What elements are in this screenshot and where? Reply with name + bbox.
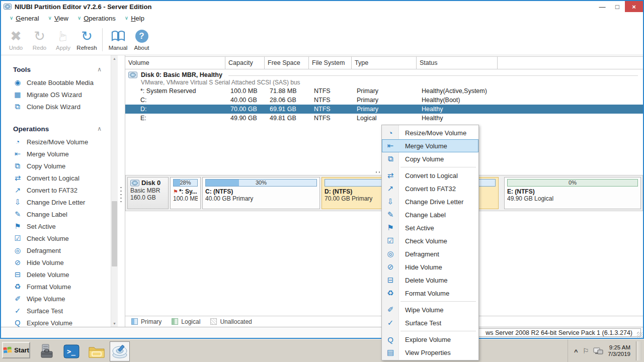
sidebar-item[interactable]: ◔ Resize/Move Volume [1,136,111,148]
context-menu-item[interactable]: ⇩ Change Drive Letter [382,195,478,208]
sidebar-item[interactable]: ◎ Defragment [1,244,111,256]
context-menu-item[interactable]: Q Explore Volume [382,333,478,346]
context-menu-item[interactable]: ⊘ Hide Volume [382,260,478,274]
sidebar-item-label: Surface Test [27,307,63,315]
sidebar-item[interactable]: ⚑ Set Active [1,220,111,232]
sidebar-item[interactable]: ⇩ Change Drive Letter [1,196,111,208]
menu-item-icon: ✐ [382,305,399,314]
menu-label: General [16,15,39,22]
partition-e[interactable]: 0% E: (NTFS) 49.90 GB Logical [504,177,641,209]
context-menu-item[interactable]: ⧉ Copy Volume [382,152,478,165]
server-manager-icon[interactable] [36,341,56,361]
context-menu-item[interactable]: ✐ Wipe Volume [382,303,478,316]
redo-button[interactable]: ↻ Redo [28,26,51,54]
sidebar-item[interactable]: ⧉ Copy Volume [1,160,111,172]
context-menu-item[interactable]: ✎ Change Label [382,208,478,221]
column-volume[interactable]: Volume [125,57,225,69]
column-capacity[interactable]: Capacity [225,57,265,69]
menu-item-icon: ☑ [382,236,399,245]
sidebar-item[interactable]: ⇤ Merge Volume [1,148,111,160]
sidebar-item[interactable]: ↗ Convert to FAT32 [1,184,111,196]
sidebar-item[interactable]: ☑ Check Volume [1,232,111,244]
context-menu-item[interactable]: ▤ View Properties [382,346,478,359]
minimize-button[interactable]: — [595,1,610,12]
sidebar-item[interactable]: ✓ Surface Test [1,305,111,317]
collapse-chevron-icon[interactable]: ∧ [97,66,102,73]
apply-button[interactable]: ☞ Apply [51,26,75,54]
sidebar-item-icon: ✎ [13,210,22,218]
sidebar-item[interactable]: ▦ Migrate OS Wizard [1,88,111,101]
column-free-space[interactable]: Free Space [265,57,309,69]
scrollbar-thumb[interactable] [112,201,117,266]
menu-help[interactable]: ∨ Help [120,15,149,22]
table-row[interactable]: *: System Reserved 100.0 MB 71.88 MB NTF… [125,86,643,96]
sidebar-section-tools[interactable]: Tools ∧ [1,62,111,76]
sidebar-item-icon: ⇄ [13,174,22,182]
table-row[interactable]: C: 40.00 GB 28.06 GB NTFS Primary Health… [125,96,643,105]
sidebar-item[interactable]: ✎ Change Label [1,208,111,220]
powershell-icon[interactable]: >_ [61,341,82,361]
usage-bar: 28% [173,179,198,187]
column-file-system[interactable]: File System [309,57,352,69]
refresh-button[interactable]: ↻ Refresh [75,26,99,54]
context-menu-item[interactable]: ⊟ Delete Volume [382,274,478,287]
sidebar-item[interactable]: ♻ Format Volume [1,281,111,293]
sidebar-item[interactable]: ✐ Wipe Volume [1,293,111,305]
disk-info-box[interactable]: Disk 0 Basic MBR 160.0 GB [127,177,169,209]
scroll-up-icon[interactable]: ▲ [111,57,118,60]
context-menu-item[interactable]: ⚑ Set Active [382,221,478,234]
sidebar-item[interactable]: ⊘ Hide Volume [1,256,111,268]
menu-operations[interactable]: ∨ Operations [73,15,120,22]
sidebar-item[interactable]: ⊟ Delete Volume [1,268,111,281]
context-menu-item[interactable]: ♻ Format Volume [382,287,478,300]
sidebar-item-label: Migrate OS Wizard [27,91,82,99]
context-menu-item[interactable]: ⇤ Merge Volume [382,139,478,152]
scroll-down-icon[interactable]: ▼ [111,322,118,325]
sidebar-item[interactable]: ◉ Create Bootable Media [1,76,111,88]
vertical-splitter-handle[interactable] [120,187,122,202]
disk-group-row[interactable]: Disk 0: Basic MBR, Healthy VMware, VMwar… [125,69,643,86]
resize-grip[interactable] [637,332,642,337]
menu-general[interactable]: ∨ General [5,15,44,22]
context-menu-item[interactable]: ◎ Defragment [382,247,478,260]
context-menu-item[interactable]: ⇄ Convert to Logical [382,169,478,182]
partition-system-reserved[interactable]: 28% ⚑*: Sy... 100.0 MB [170,177,201,209]
sidebar-item[interactable]: ⧉ Clone Disk Wizard [1,101,111,113]
network-icon[interactable] [593,347,603,355]
hidden-icons-chevron[interactable]: ^ [574,348,578,355]
sidebar-item[interactable]: Q Explore Volume [1,317,111,327]
context-menu-item[interactable]: ◔ Resize/Move Volume [382,126,478,139]
file-explorer-icon[interactable] [87,341,107,361]
windows-logo-icon [3,346,12,354]
menu-view[interactable]: ∨ View [44,15,73,22]
disk-size: 160.0 GB [130,194,166,201]
clock[interactable]: 9:25 AM 7/3/2019 [608,344,630,357]
about-button[interactable]: ? About [130,26,153,54]
sidebar-item-label: Change Drive Letter [27,199,85,206]
book-icon [111,28,125,44]
usage-bar: 30% [205,179,317,187]
legend-primary: Primary [131,318,162,325]
start-button[interactable]: Start [2,342,30,358]
maximize-button[interactable]: □ [610,1,625,12]
manual-button[interactable]: Manual [106,26,130,54]
column-type[interactable]: Type [352,57,417,69]
action-center-flag-icon[interactable]: ⚐ [583,347,589,355]
show-desktop-button[interactable] [636,341,642,360]
undo-button[interactable]: ✖ Undo [4,26,28,54]
table-row-selected[interactable]: D: 70.00 GB 69.91 GB NTFS Primary Health… [125,105,643,114]
close-button[interactable]: × [625,1,643,12]
undo-icon: ✖ [10,28,22,44]
context-menu-item[interactable]: ☑ Check Volume [382,234,478,247]
context-menu-item[interactable]: ↗ Convert to FAT32 [382,182,478,195]
sidebar-item[interactable]: ⇄ Convert to Logical [1,172,111,184]
app-window: NIUBI Partition Editor v7.2.6 - Server E… [0,0,644,339]
partition-c[interactable]: 30% C: (NTFS) 40.00 GB Primary [202,177,320,209]
sidebar-section-operations[interactable]: Operations ∧ [1,122,111,136]
context-menu-item[interactable]: ✓ Surface Test [382,316,478,329]
column-status[interactable]: Status [417,57,498,69]
collapse-chevron-icon[interactable]: ∧ [97,125,102,132]
table-row[interactable]: E: 49.90 GB 49.81 GB NTFS Logical Health… [125,114,643,123]
sidebar-scrollbar[interactable]: ▲ ▼ [111,55,118,327]
niubi-taskbar-icon[interactable] [110,341,130,361]
